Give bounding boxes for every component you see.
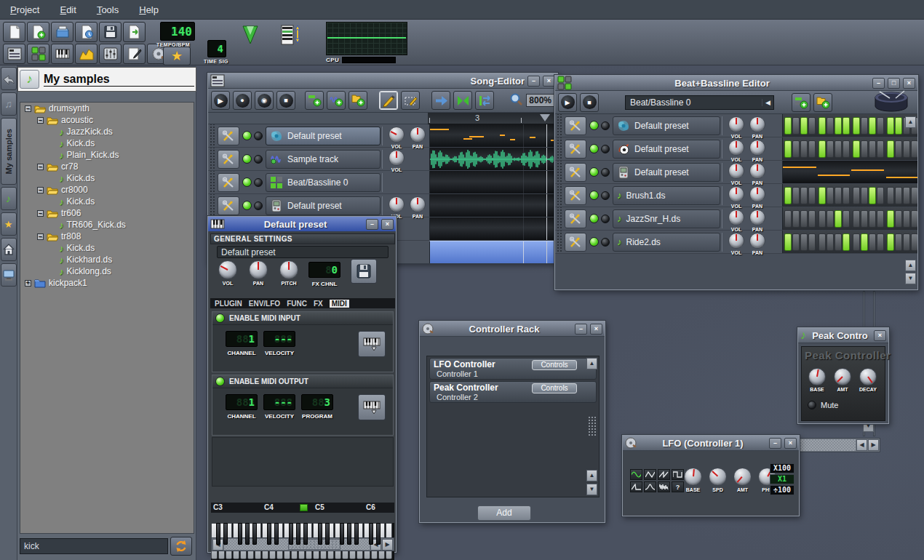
knob-base[interactable]: BASE xyxy=(808,368,826,392)
beat-step[interactable] xyxy=(861,117,868,135)
tree-expander[interactable]: + xyxy=(25,280,31,287)
wave-user-button[interactable]: ? xyxy=(672,481,684,492)
song-track-content[interactable] xyxy=(429,241,557,263)
beat-step[interactable] xyxy=(808,140,816,158)
track-name[interactable]: Default preset xyxy=(266,196,381,215)
knob-dial-pan[interactable] xyxy=(749,233,765,249)
knob-vol[interactable]: VOL xyxy=(389,196,405,219)
tab-midi[interactable]: MIDI xyxy=(330,300,349,308)
rack-scroll-up-button[interactable]: ▲ xyxy=(586,358,597,369)
black-key[interactable] xyxy=(318,523,322,545)
black-key[interactable] xyxy=(238,523,242,545)
beat-step[interactable] xyxy=(887,140,894,158)
beat-step[interactable] xyxy=(911,140,917,158)
tab-fx[interactable]: FX xyxy=(314,300,323,308)
wave-moog-saw-button[interactable] xyxy=(630,481,642,492)
beat-step[interactable] xyxy=(887,233,894,251)
beat-step[interactable] xyxy=(792,117,800,135)
beat-step[interactable] xyxy=(861,187,868,204)
edit-mode-button[interactable] xyxy=(401,91,420,110)
midi-velocity-display[interactable]: 888--- xyxy=(263,331,295,347)
beat-step[interactable] xyxy=(869,140,876,158)
beat-step[interactable] xyxy=(800,210,808,228)
beat-step[interactable] xyxy=(895,117,902,135)
track-solo-led[interactable] xyxy=(601,145,610,153)
song-track-content[interactable] xyxy=(429,148,557,170)
minimize-button[interactable]: – xyxy=(872,78,885,89)
black-key[interactable] xyxy=(267,523,271,545)
beat-step[interactable] xyxy=(911,187,917,204)
knob-dial-amt[interactable] xyxy=(834,368,851,385)
midi-program-display[interactable]: 8883 xyxy=(301,394,333,410)
beat-step[interactable] xyxy=(895,140,902,158)
tree-item[interactable]: –cr78 xyxy=(20,161,194,172)
beat-step[interactable] xyxy=(819,187,826,204)
beat-step[interactable] xyxy=(911,210,917,228)
track-actions-button[interactable] xyxy=(565,233,586,252)
wave-sine-button[interactable] xyxy=(630,469,642,480)
beat-step[interactable] xyxy=(877,187,884,204)
rack-scroll-up-button-2[interactable]: ▲ xyxy=(586,470,597,481)
track-solo-led[interactable] xyxy=(254,178,263,187)
beat-step[interactable] xyxy=(911,233,917,251)
beat-step[interactable] xyxy=(853,140,860,158)
knob-vol[interactable]: VOL xyxy=(389,127,405,149)
tab-plugin[interactable]: PLUGIN xyxy=(215,300,242,308)
beat-step[interactable] xyxy=(808,210,816,228)
beat-step[interactable] xyxy=(869,233,876,251)
song-editor-button[interactable] xyxy=(3,44,25,64)
beat-step[interactable] xyxy=(895,210,902,228)
midi-enable-led[interactable] xyxy=(215,313,225,323)
black-key[interactable] xyxy=(376,523,381,545)
beat-step[interactable] xyxy=(843,210,850,228)
beat-step[interactable] xyxy=(853,187,860,204)
tree-item[interactable]: ♪Kicklong.ds xyxy=(20,265,194,277)
track-grip[interactable] xyxy=(209,124,216,147)
multiplier-x100-button[interactable]: X100 xyxy=(770,463,794,473)
beat-step[interactable] xyxy=(827,233,834,251)
beat-step[interactable] xyxy=(792,187,800,204)
track-grip[interactable] xyxy=(556,161,563,183)
tree-expander[interactable]: – xyxy=(37,210,44,217)
beat-step[interactable] xyxy=(835,117,842,135)
beat-step[interactable] xyxy=(903,233,910,251)
knob-dial-pan[interactable] xyxy=(749,116,765,132)
open-project-button[interactable] xyxy=(51,22,73,42)
sidebar-tab-my-presets[interactable]: ♪ xyxy=(1,187,17,210)
knob-vol[interactable]: VOL xyxy=(728,140,744,162)
black-key[interactable] xyxy=(369,523,373,545)
knob-pan[interactable]: PAN xyxy=(749,163,765,185)
wave-square-button[interactable] xyxy=(672,469,684,480)
beat-step[interactable] xyxy=(853,210,860,228)
knob-vol[interactable]: VOL xyxy=(728,163,744,185)
beat-step[interactable] xyxy=(784,187,792,204)
track-mute-led[interactable] xyxy=(589,167,599,177)
tab-func[interactable]: FUNC xyxy=(287,300,307,308)
song-editor-window-titlebar[interactable]: Song-Editor–× xyxy=(208,73,557,89)
controller-item[interactable]: LFO ControllerController 1Controls xyxy=(429,358,597,380)
track-actions-button[interactable] xyxy=(218,150,239,169)
controller-item[interactable]: Peak ControllerController 2Controls xyxy=(429,381,597,403)
knob-dial-pan[interactable] xyxy=(749,209,765,225)
tree-item[interactable]: ♪Kick.ds xyxy=(20,137,194,149)
close-button[interactable]: × xyxy=(784,438,797,449)
track-name[interactable]: Sample track xyxy=(266,150,381,169)
record-accompany-button[interactable]: ◉ xyxy=(255,91,274,110)
black-key[interactable] xyxy=(274,523,279,545)
beat-step[interactable] xyxy=(784,210,792,228)
tree-item[interactable]: –drumsynth xyxy=(20,103,194,114)
close-button[interactable]: × xyxy=(381,219,394,230)
track-mute-led[interactable] xyxy=(589,144,599,153)
bb-scroll-down-button[interactable]: ▼ xyxy=(905,273,916,284)
knob-dial-decay[interactable] xyxy=(859,368,877,385)
tree-item[interactable]: –acoustic xyxy=(20,114,194,126)
track-grip[interactable] xyxy=(556,231,563,253)
track-solo-led[interactable] xyxy=(601,215,610,223)
sidebar-tab-favorites[interactable]: ★ xyxy=(1,212,17,236)
track-solo-led[interactable] xyxy=(254,201,263,210)
track-mute-led[interactable] xyxy=(589,214,599,223)
black-key[interactable] xyxy=(303,523,308,545)
add-bb-track-button[interactable] xyxy=(813,93,832,112)
beat-step[interactable] xyxy=(835,187,842,204)
beat-step[interactable] xyxy=(895,233,902,251)
